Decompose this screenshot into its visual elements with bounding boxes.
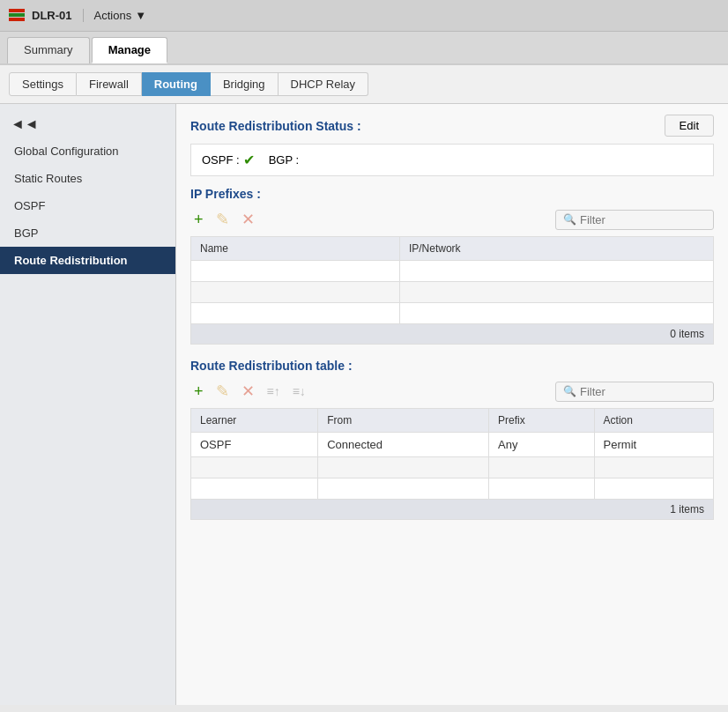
tab-settings[interactable]: Settings	[9, 72, 77, 96]
route-redistribution-move-down-button[interactable]: ≡↓	[289, 382, 309, 400]
sidebar-item-ospf[interactable]: OSPF	[0, 192, 175, 219]
top-bar: DLR-01 Actions ▼	[0, 0, 728, 32]
cell-from: Connected	[318, 433, 489, 457]
route-redistribution-move-up-button[interactable]: ≡↑	[264, 382, 284, 400]
col-from: From	[318, 409, 489, 433]
route-redistribution-filter-wrap: 🔍 ▼	[555, 382, 714, 402]
cell-learner: OSPF	[191, 433, 318, 457]
main-panel: Route Redistribution Status : Edit OSPF …	[176, 104, 728, 705]
route-redistribution-filter-input[interactable]	[580, 385, 728, 398]
sidebar-item-route-redistribution[interactable]: Route Redistribution	[0, 247, 175, 274]
col-action: Action	[594, 409, 713, 433]
ip-prefixes-empty-row-1	[191, 261, 714, 282]
ip-prefixes-empty-row-2	[191, 282, 714, 303]
route-redistribution-edit-button[interactable]: ✎	[212, 380, 233, 403]
tab-dhcp-relay[interactable]: DHCP Relay	[279, 72, 368, 96]
ospf-status-item: OSPF : ✔	[202, 152, 255, 168]
ip-prefixes-filter-icon: 🔍	[563, 213, 576, 226]
ip-prefixes-filter-input[interactable]	[580, 213, 728, 226]
ip-prefixes-table: Name IP/Network	[190, 236, 714, 324]
ip-prefixes-title: IP Prefixes :	[190, 187, 714, 201]
sub-tabs: Settings Firewall Routing Bridging DHCP …	[0, 65, 728, 104]
ip-prefixes-col-network: IP/Network	[399, 237, 713, 261]
bgp-status-item: BGP :	[269, 153, 299, 167]
device-icon	[7, 9, 26, 23]
main-tabs: Summary Manage	[0, 32, 728, 65]
actions-dropdown-icon: ▼	[135, 9, 146, 22]
route-redistribution-empty-row-2	[191, 478, 714, 500]
ip-prefixes-col-name: Name	[191, 237, 400, 261]
sidebar-item-static-routes[interactable]: Static Routes	[0, 165, 175, 192]
ospf-check-icon: ✔	[243, 152, 255, 168]
tab-summary[interactable]: Summary	[7, 37, 90, 63]
ip-prefixes-empty-row-3	[191, 303, 714, 324]
ip-prefixes-delete-button[interactable]: ✕	[238, 208, 258, 231]
route-redistribution-table-title: Route Redistribution table :	[190, 359, 714, 373]
route-redistribution-delete-button[interactable]: ✕	[238, 380, 258, 403]
sidebar-item-global-config[interactable]: Global Configuration	[0, 137, 175, 165]
route-redistribution-edit-button[interactable]: Edit	[665, 115, 714, 137]
cell-prefix: Any	[489, 433, 594, 457]
actions-label: Actions	[94, 9, 132, 22]
cell-action: Permit	[594, 433, 713, 457]
ip-prefixes-toolbar: + ✎ ✕ 🔍 ▼	[190, 208, 714, 231]
ospf-label: OSPF :	[202, 153, 240, 167]
route-redistribution-footer: 1 items	[190, 500, 714, 520]
table-row[interactable]: OSPF Connected Any Permit	[191, 433, 714, 457]
route-redistribution-empty-row-1	[191, 457, 714, 478]
route-redistribution-toolbar: + ✎ ✕ ≡↑ ≡↓ 🔍 ▼	[190, 380, 714, 403]
sidebar-item-bgp[interactable]: BGP	[0, 219, 175, 247]
sidebar: ◄◄ Global Configuration Static Routes OS…	[0, 104, 176, 705]
tab-bridging[interactable]: Bridging	[211, 72, 279, 96]
ip-prefixes-edit-button[interactable]: ✎	[212, 208, 233, 231]
ip-prefixes-section: IP Prefixes : + ✎ ✕ 🔍 ▼ Name IP/Network	[190, 187, 714, 345]
actions-button[interactable]: Actions ▼	[94, 9, 147, 22]
device-name: DLR-01	[32, 9, 84, 22]
route-redistribution-table: Learner From Prefix Action OSPF Connecte…	[190, 408, 714, 500]
ip-prefixes-filter-wrap: 🔍 ▼	[555, 210, 714, 230]
route-redistribution-add-button[interactable]: +	[190, 381, 207, 403]
ip-prefixes-footer: 0 items	[190, 324, 714, 345]
status-row: OSPF : ✔ BGP :	[190, 144, 714, 176]
tab-firewall[interactable]: Firewall	[77, 72, 142, 96]
sidebar-collapse-button[interactable]: ◄◄	[0, 111, 175, 137]
tab-manage[interactable]: Manage	[92, 37, 167, 63]
route-redistribution-status-header: Route Redistribution Status : Edit	[190, 115, 714, 137]
route-redistribution-status-title: Route Redistribution Status :	[190, 119, 361, 133]
bgp-label: BGP :	[269, 153, 299, 167]
content-area: ◄◄ Global Configuration Static Routes OS…	[0, 104, 728, 705]
col-prefix: Prefix	[489, 409, 594, 433]
ip-prefixes-add-button[interactable]: +	[190, 209, 207, 231]
route-redistribution-table-section: Route Redistribution table : + ✎ ✕ ≡↑ ≡↓…	[190, 359, 714, 520]
tab-routing[interactable]: Routing	[142, 72, 211, 96]
route-redistribution-filter-icon: 🔍	[563, 385, 576, 397]
col-learner: Learner	[191, 409, 318, 433]
